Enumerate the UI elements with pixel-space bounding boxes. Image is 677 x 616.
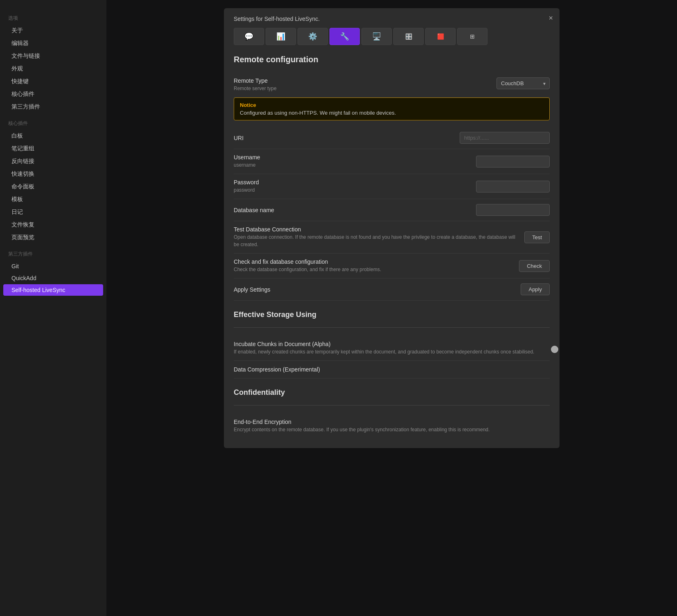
data-compression-label-group: Data Compression (Experimental) [234,366,543,373]
username-control [476,156,550,168]
sidebar-item-appearance[interactable]: 外观 [3,63,103,75]
incubate-chunks-label: Incubate Chunks in Document (Alpha) [234,341,543,347]
check-config-desc: Check the database configuration, and fi… [234,266,512,273]
tab-8[interactable]: ⊞ [457,28,487,45]
sidebar-item-templates[interactable]: 模板 [3,193,103,206]
sidebar-item-quick-switch[interactable]: 快速切换 [3,168,103,180]
tab-5[interactable]: 🖥️ [361,28,392,45]
password-input[interactable] [476,181,550,192]
sidebar-item-quickadd[interactable]: QuickAdd [3,272,103,284]
notice-text: Configured as using non-HTTPS. We might … [240,110,544,116]
e2e-encryption-row: End-to-End Encryption Encrypt contents o… [234,414,550,438]
sidebar-item-file-recovery[interactable]: 文件恢复 [3,219,103,231]
sidebar-item-page-preview[interactable]: 页面预览 [3,231,103,244]
sidebar-item-livesync[interactable]: Self-hosted LiveSync [3,284,103,296]
apply-settings-label: Apply Settings [234,286,514,293]
remote-type-desc: Remote server type [234,85,490,92]
notice-title: Notice [240,102,544,108]
e2e-label-group: End-to-End Encryption Encrypt contents o… [234,419,543,433]
password-desc: password [234,186,469,194]
modal-title: Settings for Self-hosted LiveSync. [224,8,560,28]
test-connection-label-group: Test Database Connection Open database c… [234,226,518,248]
sidebar-section-third: 第三方插件 [0,244,106,260]
uri-control [460,132,550,144]
sidebar-section-core: 核心插件 [0,113,106,129]
remote-type-row: Remote Type Remote server type CouchDB M… [234,72,550,97]
sidebar-item-whiteboard[interactable]: 白板 [3,130,103,142]
sidebar-item-files[interactable]: 文件与链接 [3,50,103,62]
incubate-chunks-label-group: Incubate Chunks in Document (Alpha) If e… [234,341,543,356]
apply-settings-row: Apply Settings Apply [234,279,550,301]
test-button[interactable]: Test [524,231,550,243]
remote-type-label-group: Remote Type Remote server type [234,77,490,92]
sidebar-item-git[interactable]: Git [3,260,103,272]
sidebar-section-options: 选项 [0,8,106,24]
test-connection-control: Test [524,231,550,243]
effective-storage-title: Effective Storage Using [234,310,550,319]
check-button[interactable]: Check [519,260,550,272]
close-button[interactable]: × [548,14,553,23]
password-label: Password [234,179,469,186]
uri-label-group: URI [234,135,453,141]
password-control [476,181,550,192]
password-label-group: Password password [234,179,469,194]
remote-type-label: Remote Type [234,77,490,84]
modal-window: × Settings for Self-hosted LiveSync. 💬 📊… [224,8,560,448]
tabs-row: 💬 📊 ⚙️ 🔧 🖥️ 🎛️ 🟥 ⊞ [224,28,560,52]
test-connection-desc: Open database connection. If the remote … [234,233,518,248]
sidebar-item-about[interactable]: 关于 [3,25,103,37]
check-config-control: Check [519,260,550,272]
sidebar: 选项 关于 编辑器 文件与链接 外观 快捷键 核心插件 第三方插件 核心插件 白… [0,0,106,616]
tab-2[interactable]: 📊 [266,28,296,45]
confidentiality-divider [234,405,550,405]
uri-row: URI [234,127,550,149]
username-desc: username [234,161,469,169]
username-input[interactable] [476,156,550,168]
main-area: × Settings for Self-hosted LiveSync. 💬 📊… [106,0,677,616]
remote-type-select[interactable]: CouchDB MinIO Other [496,77,550,89]
incubate-chunks-desc: If enabled, newly created chunks are tem… [234,348,543,356]
e2e-label: End-to-End Encryption [234,419,543,425]
test-connection-row: Test Database Connection Open database c… [234,221,550,254]
uri-label: URI [234,135,453,141]
database-name-row: Database name [234,199,550,221]
sidebar-item-hotkeys[interactable]: 快捷键 [3,75,103,88]
check-config-label: Check and fix database configuration [234,258,512,265]
database-name-label-group: Database name [234,207,469,213]
modal-overlay: × Settings for Self-hosted LiveSync. 💬 📊… [106,0,677,616]
remote-type-control[interactable]: CouchDB MinIO Other [496,77,550,89]
tab-4[interactable]: 🔧 [329,28,360,45]
data-compression-row: Data Compression (Experimental) [234,361,550,378]
sidebar-item-diary[interactable]: 日记 [3,206,103,218]
confidentiality-title: Confidentiality [234,388,550,397]
username-label-group: Username username [234,154,469,169]
incubate-chunks-row: Incubate Chunks in Document (Alpha) If e… [234,336,550,361]
sidebar-item-backlinks[interactable]: 反向链接 [3,155,103,168]
test-connection-label: Test Database Connection [234,226,518,233]
database-name-label: Database name [234,207,469,213]
tab-1[interactable]: 💬 [234,28,264,45]
check-config-row: Check and fix database configuration Che… [234,254,550,279]
database-name-input[interactable] [476,204,550,216]
tab-6[interactable]: 🎛️ [393,28,424,45]
notice-box: Notice Configured as using non-HTTPS. We… [234,97,550,120]
sidebar-item-command-palette[interactable]: 命令面板 [3,181,103,193]
sidebar-item-core-plugins[interactable]: 核心插件 [3,88,103,100]
remote-config-title: Remote configuration [234,52,550,64]
sidebar-item-editor[interactable]: 编辑器 [3,37,103,50]
apply-settings-control: Apply [521,283,550,295]
username-label: Username [234,154,469,161]
e2e-desc: Encrypt contents on the remote database.… [234,426,543,433]
apply-button[interactable]: Apply [521,283,550,295]
username-row: Username username [234,149,550,174]
apply-settings-label-group: Apply Settings [234,286,514,293]
sidebar-item-note-reorganize[interactable]: 笔记重组 [3,143,103,155]
password-row: Password password [234,174,550,199]
tab-7[interactable]: 🟥 [425,28,456,45]
check-config-label-group: Check and fix database configuration Che… [234,258,512,273]
uri-input[interactable] [460,132,550,144]
data-compression-label: Data Compression (Experimental) [234,366,543,373]
tab-3[interactable]: ⚙️ [298,28,328,45]
sidebar-item-third-party[interactable]: 第三方插件 [3,101,103,113]
remote-type-select-wrapper: CouchDB MinIO Other [496,77,550,89]
